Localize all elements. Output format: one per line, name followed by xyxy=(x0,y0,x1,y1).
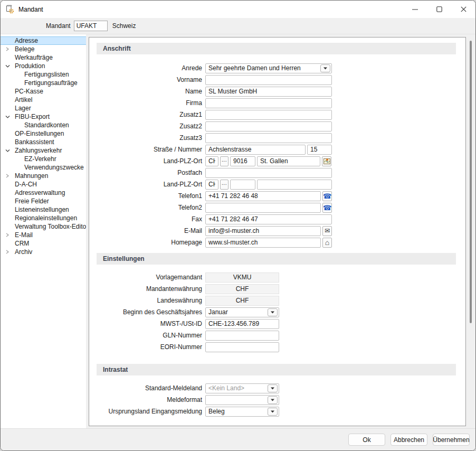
sidebar-item-crm[interactable]: CRM xyxy=(1,239,86,248)
sidebar-item-fibu-export[interactable]: FIBU-Export xyxy=(1,112,86,121)
sidebar-item-d-a-ch[interactable]: D-A-CH xyxy=(1,180,86,189)
ursprungsland-select[interactable]: Beleg xyxy=(205,407,279,417)
sidebar-item-e-mail[interactable]: E-Mail xyxy=(1,231,86,239)
maximize-button[interactable] xyxy=(427,1,451,18)
scrollbar-thumb[interactable] xyxy=(470,41,472,323)
chevron-down-icon[interactable] xyxy=(5,114,10,119)
strasse-input[interactable] xyxy=(205,145,306,155)
land2-input[interactable] xyxy=(205,180,218,190)
fax-label: Fax xyxy=(89,215,205,223)
vorname-input[interactable] xyxy=(205,75,332,85)
sidebar-item-bankassistent[interactable]: Bankassistent xyxy=(1,138,86,146)
sidebar-item-archiv[interactable]: Archiv xyxy=(1,248,86,256)
mandant-header: Mandant Schweiz xyxy=(1,18,475,34)
sidebar-item-verwaltung-toolbox-editor[interactable]: Verwaltung Toolbox-Editor xyxy=(1,222,86,231)
zusatz2-label: Zusatz2 xyxy=(89,123,205,130)
mandant-code-field[interactable] xyxy=(74,21,108,31)
sidebar-item-lager[interactable]: Lager xyxy=(1,104,86,112)
anschrift-form: Anrede Sehr geehrte Damen und Herren Vor… xyxy=(89,62,465,248)
land2-lookup-button[interactable]: ... xyxy=(220,180,229,190)
sidebar-item-standardkonten[interactable]: Standardkonten xyxy=(1,121,86,129)
telefon1-input[interactable] xyxy=(205,191,321,201)
cancel-button[interactable]: Abbrechen xyxy=(391,434,427,446)
apply-button[interactable]: Übernehmen xyxy=(433,434,470,446)
homepage-input[interactable] xyxy=(205,238,321,248)
sidebar-item-verwendungszwecke[interactable]: Verwendungszwecke xyxy=(1,163,86,172)
eori-input[interactable] xyxy=(205,342,279,352)
sidebar-item-zahlungsverkehr[interactable]: Zahlungsverkehr xyxy=(1,146,86,155)
send-email-button[interactable]: ✉ xyxy=(322,226,332,236)
ort-input[interactable] xyxy=(257,156,320,166)
telefon2-input[interactable] xyxy=(205,203,321,213)
vorlagemandant-label: Vorlagemandant xyxy=(89,274,205,281)
name-input[interactable] xyxy=(205,87,332,97)
chevron-down-icon[interactable] xyxy=(268,408,278,416)
sidebar-item-freie-felder[interactable]: Freie Felder xyxy=(1,197,86,205)
email-input[interactable] xyxy=(205,226,321,236)
hausnummer-input[interactable] xyxy=(307,145,332,155)
fax-input[interactable] xyxy=(205,214,332,224)
gln-input[interactable] xyxy=(205,331,279,341)
ok-button[interactable]: Ok xyxy=(348,434,385,446)
dial-phone2-button[interactable]: ☎ xyxy=(322,203,332,213)
chevron-right-icon[interactable] xyxy=(5,173,10,178)
phone-icon: ☎ xyxy=(323,193,331,200)
plz2-input[interactable] xyxy=(230,180,255,190)
sidebar-item-op-einstellungen[interactable]: OP-Einstellungen xyxy=(1,129,86,138)
chevron-right-icon[interactable] xyxy=(5,232,10,238)
eori-label: EORI-Nummer xyxy=(89,343,205,351)
chevron-right-icon[interactable] xyxy=(5,249,10,255)
sidebar-item-produktion[interactable]: Produktion xyxy=(1,62,86,70)
chevron-down-icon[interactable] xyxy=(268,308,278,316)
mandantenwaehrung-value: CHF xyxy=(205,284,279,294)
dial-phone1-button[interactable]: ☎ xyxy=(322,191,332,201)
minimize-button[interactable] xyxy=(403,1,427,18)
ursprungsland-label: Ursprungsland Eingangsmeldung xyxy=(89,408,205,415)
zusatz2-input[interactable] xyxy=(205,121,332,131)
sidebar-item-adressverwaltung[interactable]: Adressverwaltung xyxy=(1,189,86,197)
sidebar-item-fertigungslisten[interactable]: Fertigungslisten xyxy=(1,70,86,79)
intrastat-section-header: Intrastat xyxy=(97,364,456,375)
chevron-right-icon[interactable] xyxy=(5,46,10,52)
sidebar-item-mahnungen[interactable]: Mahnungen xyxy=(1,172,86,180)
chevron-down-icon[interactable] xyxy=(5,148,10,153)
intrastat-form: Standard-Meldeland <Kein Land> Meldeform… xyxy=(89,382,465,417)
landeswaehrung-label: Landeswährung xyxy=(89,297,205,304)
land-lookup-button[interactable]: ... xyxy=(220,156,229,166)
zusatz1-input[interactable] xyxy=(205,110,332,120)
sidebar-item-artikel[interactable]: Artikel xyxy=(1,96,86,104)
name-label: Name xyxy=(89,88,205,95)
map-button[interactable] xyxy=(322,156,331,166)
sidebar-item-regionaleinstellungen[interactable]: Regionaleinstellungen xyxy=(1,214,86,222)
sidebar-item-ez-verkehr[interactable]: EZ-Verkehr xyxy=(1,155,86,163)
sidebar-item-belege[interactable]: Belege xyxy=(1,45,86,53)
mwst-input[interactable] xyxy=(205,319,279,329)
meldeland-select[interactable]: <Kein Land> xyxy=(205,383,279,393)
vertical-scrollbar[interactable] xyxy=(466,34,475,428)
landeswaehrung-value: CHF xyxy=(205,296,279,306)
anrede-select[interactable]: Sehr geehrte Damen und Herren xyxy=(205,63,332,73)
geschaeftsjahr-select[interactable]: Januar xyxy=(205,307,279,317)
chevron-down-icon[interactable] xyxy=(5,63,10,69)
chevron-down-icon[interactable] xyxy=(320,64,330,72)
meldeland-label: Standard-Meldeland xyxy=(89,384,205,392)
close-icon xyxy=(461,6,467,12)
plz-input[interactable] xyxy=(230,156,255,166)
open-homepage-button[interactable]: ⌂ xyxy=(322,238,332,248)
sidebar-item-werkauftraege[interactable]: Werkaufträge xyxy=(1,53,86,62)
meldeformat-select[interactable] xyxy=(205,395,279,405)
sidebar-item-pc-kasse[interactable]: PC-Kasse xyxy=(1,87,86,96)
sidebar-item-listeneinstellungen[interactable]: Listeneinstellungen xyxy=(1,205,86,214)
ort2-input[interactable] xyxy=(257,180,332,190)
chevron-down-icon[interactable] xyxy=(268,396,278,404)
chevron-down-icon[interactable] xyxy=(268,384,278,392)
firma-input[interactable] xyxy=(205,98,332,108)
gln-label: GLN-Nummer xyxy=(89,332,205,339)
zusatz3-input[interactable] xyxy=(205,133,332,143)
postfach-input[interactable] xyxy=(205,168,332,178)
sidebar-item-adresse[interactable]: Adresse xyxy=(1,36,86,45)
close-button[interactable] xyxy=(451,1,475,18)
land-input[interactable] xyxy=(205,156,218,166)
einstellungen-form: Vorlagemandant VKMU Mandantenwährung CHF… xyxy=(89,271,465,353)
sidebar-item-fertigungsauftraege[interactable]: Fertigungsaufträge xyxy=(1,79,86,87)
